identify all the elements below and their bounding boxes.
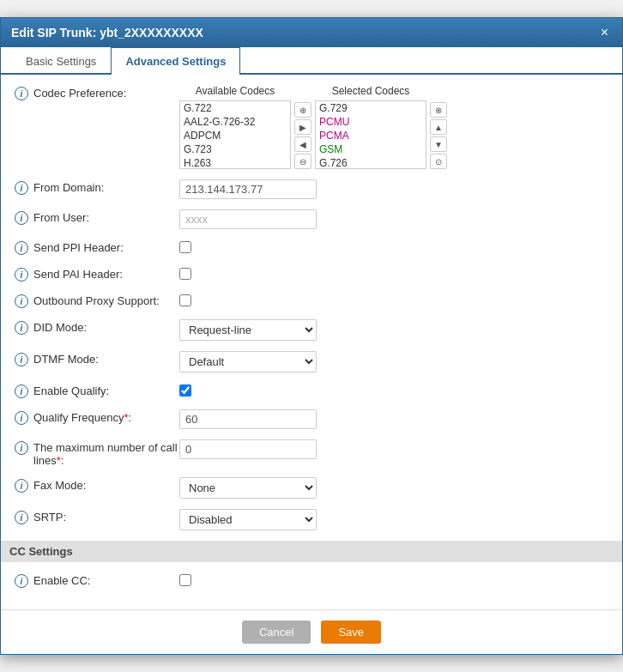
max-call-lines-input[interactable] bbox=[179, 439, 317, 459]
qualify-freq-label: Qualify Frequency*: bbox=[33, 409, 179, 424]
available-codecs-list[interactable]: G.722 AAL2-G.726-32 ADPCM G.723 H.263 bbox=[179, 100, 291, 169]
qualify-freq-info-icon[interactable]: i bbox=[15, 411, 28, 425]
srtp-label: SRTP: bbox=[33, 509, 179, 524]
send-pai-row: i Send PAI Header: bbox=[15, 266, 608, 282]
move-right-button[interactable]: ▶ bbox=[294, 119, 312, 135]
did-mode-info-icon[interactable]: i bbox=[15, 321, 28, 335]
max-call-lines-info-icon[interactable]: i bbox=[15, 441, 28, 455]
codec-item-pcma[interactable]: PCMA bbox=[316, 129, 426, 142]
codec-label: Codec Preference: bbox=[33, 85, 179, 100]
tab-basic[interactable]: Basic Settings bbox=[11, 47, 111, 75]
from-domain-input[interactable] bbox=[179, 179, 317, 199]
max-call-lines-label: The maximum number of call lines*: bbox=[33, 439, 179, 467]
dialog-footer: Cancel Save bbox=[1, 609, 622, 654]
cancel-button[interactable]: Cancel bbox=[242, 621, 311, 644]
tab-advanced[interactable]: Advanced Settings bbox=[111, 47, 240, 75]
qualify-freq-row: i Qualify Frequency*: bbox=[15, 409, 608, 429]
did-mode-value: Request-line To Contact bbox=[179, 319, 608, 341]
move-left-button[interactable]: ◀ bbox=[294, 136, 312, 152]
enable-cc-row: i Enable CC: bbox=[15, 572, 608, 589]
from-domain-label: From Domain: bbox=[33, 179, 179, 194]
outbound-proxy-value bbox=[179, 293, 608, 309]
codec-item-gsm[interactable]: GSM bbox=[316, 142, 426, 156]
send-pai-label: Send PAI Header: bbox=[33, 266, 179, 281]
save-button[interactable]: Save bbox=[321, 621, 381, 644]
from-domain-info-icon[interactable]: i bbox=[15, 181, 28, 195]
selected-codecs-list[interactable]: G.729 PCMU PCMA GSM G.726 bbox=[315, 100, 426, 169]
from-user-input[interactable] bbox=[179, 209, 317, 229]
codec-preference-row: i Codec Preference: Available Codecs G.7… bbox=[15, 85, 608, 169]
dialog: Edit SIP Trunk: ybt_2XXXXXXXXX × Basic S… bbox=[0, 17, 623, 655]
close-button[interactable]: × bbox=[597, 25, 612, 40]
send-pai-checkbox[interactable] bbox=[179, 268, 191, 280]
move-up-button[interactable]: ▲ bbox=[430, 119, 447, 135]
tabs-bar: Basic Settings Advanced Settings bbox=[1, 47, 622, 75]
send-ppi-checkbox[interactable] bbox=[179, 241, 191, 253]
max-call-lines-value bbox=[179, 439, 608, 459]
max-call-lines-row: i The maximum number of call lines*: bbox=[15, 439, 608, 467]
from-domain-value bbox=[179, 179, 608, 199]
from-user-info-icon[interactable]: i bbox=[15, 211, 28, 225]
dtmf-mode-value: Default RFC2833 Inband INFO bbox=[179, 351, 608, 372]
enable-cc-value bbox=[179, 572, 608, 589]
move-top-button[interactable]: ⊗ bbox=[430, 102, 447, 118]
fax-mode-value: None T.38 Pass-through bbox=[179, 477, 608, 499]
send-ppi-info-icon[interactable]: i bbox=[15, 241, 28, 255]
codec-item-adpcm[interactable]: ADPCM bbox=[180, 129, 290, 142]
codec-item-g726[interactable]: G.726 bbox=[316, 156, 426, 169]
codec-item-pcmu[interactable]: PCMU bbox=[316, 115, 426, 129]
enable-qualify-checkbox[interactable] bbox=[179, 384, 191, 397]
dtmf-mode-info-icon[interactable]: i bbox=[15, 353, 28, 366]
qualify-freq-input[interactable] bbox=[179, 409, 317, 429]
from-user-label: From User: bbox=[33, 209, 179, 224]
move-bottom-button[interactable]: ⊙ bbox=[430, 154, 447, 169]
srtp-row: i SRTP: Disabled Enabled bbox=[15, 509, 608, 530]
enable-qualify-label: Enable Qualify: bbox=[33, 383, 179, 397]
enable-qualify-row: i Enable Qualify: bbox=[15, 383, 608, 399]
available-codecs-container: Available Codecs G.722 AAL2-G.726-32 ADP… bbox=[179, 85, 291, 169]
fax-mode-row: i Fax Mode: None T.38 Pass-through bbox=[15, 477, 608, 499]
send-pai-value bbox=[179, 266, 608, 282]
codec-item-h263[interactable]: H.263 bbox=[180, 156, 290, 169]
selected-codecs-container: Selected Codecs G.729 PCMU PCMA GSM G.72… bbox=[315, 85, 426, 169]
from-user-value bbox=[179, 209, 608, 229]
codec-item-g722[interactable]: G.722 bbox=[180, 101, 290, 115]
send-ppi-row: i Send PPI Header: bbox=[15, 239, 608, 256]
fax-mode-info-icon[interactable]: i bbox=[15, 479, 28, 493]
codec-value: Available Codecs G.722 AAL2-G.726-32 ADP… bbox=[179, 85, 608, 169]
codec-item-g729[interactable]: G.729 bbox=[316, 101, 426, 115]
enable-cc-checkbox[interactable] bbox=[179, 574, 191, 586]
dtmf-mode-label: DTMF Mode: bbox=[33, 351, 179, 366]
outbound-proxy-label: Outbound Proxy Support: bbox=[33, 293, 179, 307]
from-user-row: i From User: bbox=[15, 209, 608, 229]
send-ppi-value bbox=[179, 239, 608, 256]
from-domain-row: i From Domain: bbox=[15, 179, 608, 199]
did-mode-row: i DID Mode: Request-line To Contact bbox=[15, 319, 608, 341]
did-mode-select[interactable]: Request-line To Contact bbox=[179, 319, 317, 341]
codec-info-icon[interactable]: i bbox=[15, 87, 28, 100]
enable-cc-label: Enable CC: bbox=[33, 572, 179, 587]
srtp-select[interactable]: Disabled Enabled bbox=[179, 509, 317, 530]
codec-item-aal2[interactable]: AAL2-G.726-32 bbox=[180, 115, 290, 129]
srtp-info-icon[interactable]: i bbox=[15, 511, 28, 524]
qualify-freq-value bbox=[179, 409, 608, 429]
outbound-proxy-row: i Outbound Proxy Support: bbox=[15, 293, 608, 309]
send-pai-info-icon[interactable]: i bbox=[15, 268, 28, 282]
fax-mode-label: Fax Mode: bbox=[33, 477, 179, 492]
dtmf-mode-select[interactable]: Default RFC2833 Inband INFO bbox=[179, 351, 317, 372]
move-all-right-button[interactable]: ⊕ bbox=[294, 102, 312, 118]
outbound-proxy-checkbox[interactable] bbox=[179, 294, 191, 306]
enable-qualify-info-icon[interactable]: i bbox=[15, 384, 28, 398]
fax-mode-select[interactable]: None T.38 Pass-through bbox=[179, 477, 317, 499]
dialog-title-text: Edit SIP Trunk: ybt_2XXXXXXXXX bbox=[11, 26, 203, 39]
max-call-lines-required: * bbox=[57, 454, 61, 467]
outbound-proxy-info-icon[interactable]: i bbox=[15, 294, 28, 308]
qualify-freq-required: * bbox=[124, 411, 129, 424]
move-all-left-button[interactable]: ⊖ bbox=[294, 154, 312, 169]
codec-item-g723[interactable]: G.723 bbox=[180, 142, 290, 156]
selected-codecs-label: Selected Codecs bbox=[315, 85, 426, 97]
codec-move-arrows: ⊕ ▶ ◀ ⊖ bbox=[294, 102, 312, 169]
send-ppi-label: Send PPI Header: bbox=[33, 239, 179, 254]
enable-cc-info-icon[interactable]: i bbox=[15, 574, 28, 588]
move-down-button[interactable]: ▼ bbox=[430, 136, 447, 152]
